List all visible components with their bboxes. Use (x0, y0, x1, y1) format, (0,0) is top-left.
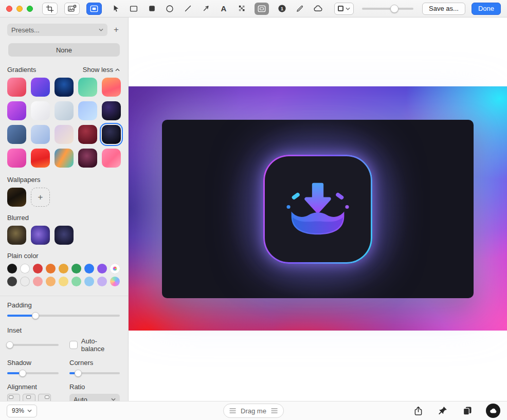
blurred-thumb-2[interactable] (31, 226, 50, 245)
plain-color-6[interactable] (71, 264, 81, 273)
gradient-swatch-20[interactable] (102, 149, 121, 168)
plain-light-color-2[interactable] (20, 277, 30, 286)
gradient-swatch-17[interactable] (31, 149, 50, 168)
pixelate-tool[interactable] (237, 4, 247, 14)
zoom-button[interactable] (27, 6, 33, 12)
inset-slider[interactable] (7, 341, 59, 349)
crop-button[interactable] (42, 3, 58, 15)
canvas-style-button[interactable] (86, 3, 102, 15)
blurred-thumb-3[interactable] (55, 226, 74, 245)
align-top-right-button[interactable] (38, 394, 51, 401)
copy-button[interactable] (461, 405, 474, 417)
align-top-left-button[interactable] (7, 394, 20, 401)
plain-color-2[interactable] (20, 264, 30, 273)
gradient-swatch-19[interactable] (78, 149, 97, 168)
plain-color-7[interactable] (84, 264, 94, 273)
gradient-swatch-10[interactable] (102, 101, 121, 120)
cloud-upload-tool[interactable] (313, 4, 323, 14)
arrow-tool[interactable] (201, 4, 211, 14)
stroke-width-slider[interactable] (362, 5, 413, 13)
share-icon (413, 406, 424, 416)
inset-slider-knob[interactable] (6, 341, 13, 349)
minimize-button[interactable] (16, 6, 23, 12)
zoom-level-select[interactable]: 93% (7, 405, 37, 417)
gradient-swatch-5[interactable] (102, 78, 121, 97)
corners-slider[interactable] (69, 370, 120, 377)
shadow-slider-knob[interactable] (19, 370, 26, 377)
show-less-toggle[interactable]: Show less (83, 66, 120, 74)
share-button[interactable] (412, 405, 424, 417)
align-top-center-button[interactable] (23, 394, 35, 401)
gradient-swatch-18[interactable] (55, 149, 74, 168)
gradient-swatch-7[interactable] (31, 101, 50, 120)
add-image-button[interactable] (64, 3, 80, 15)
plain-light-color-5[interactable] (59, 277, 68, 286)
blurred-thumb-1[interactable] (7, 226, 26, 245)
add-image-icon (67, 4, 77, 13)
select-tool[interactable] (111, 4, 121, 14)
slider-knob[interactable] (390, 5, 399, 13)
gradient-swatch-14[interactable] (78, 125, 97, 144)
plain-light-color-6[interactable] (71, 277, 81, 286)
corners-slider-knob[interactable] (75, 370, 82, 377)
padding-slider[interactable] (7, 312, 120, 319)
canvas-area (129, 17, 507, 401)
gradient-swatch-3[interactable] (55, 78, 74, 97)
plain-light-color-9[interactable] (110, 277, 120, 286)
cloud-sync-icon (489, 407, 498, 415)
gradient-swatch-9[interactable] (78, 101, 97, 120)
save-as-button[interactable]: Save as... (422, 3, 465, 15)
styled-screenshot-preview[interactable] (129, 86, 507, 331)
gradient-swatch-2[interactable] (31, 78, 50, 97)
plain-color-5[interactable] (59, 264, 68, 273)
gradients-label: Gradients (7, 66, 36, 74)
gradient-swatch-6[interactable] (7, 101, 26, 120)
filled-rectangle-tool[interactable] (147, 4, 157, 14)
plain-light-color-8[interactable] (97, 277, 107, 286)
plain-light-color-7[interactable] (84, 277, 94, 286)
gradient-swatch-16[interactable] (7, 149, 26, 168)
gradient-swatch-1[interactable] (7, 78, 26, 97)
close-button[interactable] (6, 6, 12, 12)
gradient-swatch-13[interactable] (55, 125, 74, 144)
canvas-style-icon (89, 4, 99, 13)
auto-balance-checkbox[interactable] (69, 341, 78, 349)
frame-tool[interactable] (255, 3, 269, 15)
plain-light-color-1[interactable] (7, 277, 17, 286)
line-tool[interactable] (183, 4, 193, 14)
presets-select[interactable]: Presets... (7, 24, 107, 36)
drag-me-handle[interactable]: Drag me (223, 404, 284, 418)
padding-slider-knob[interactable] (32, 312, 39, 319)
wallpaper-thumb[interactable] (7, 188, 26, 207)
gradient-swatch-4[interactable] (78, 78, 97, 97)
plain-color-9[interactable] (110, 264, 120, 273)
highlighter-tool[interactable] (295, 4, 305, 14)
add-preset-button[interactable]: + (111, 24, 122, 35)
rectangle-tool[interactable] (129, 4, 139, 14)
plain-light-color-4[interactable] (46, 277, 56, 286)
pixelate-icon (238, 4, 246, 13)
counter-tool[interactable]: 1 (277, 4, 287, 14)
ratio-select[interactable]: Auto (69, 394, 120, 401)
plain-color-8[interactable] (97, 264, 107, 273)
ellipse-tool[interactable] (165, 4, 175, 14)
text-tool[interactable]: A (219, 4, 229, 14)
plain-color-1[interactable] (7, 264, 17, 273)
shadow-slider[interactable] (7, 370, 59, 377)
screenshot-frame[interactable] (162, 120, 474, 298)
plain-color-label: Plain color (7, 252, 39, 260)
plain-light-color-3[interactable] (33, 277, 43, 286)
gradient-swatch-15[interactable] (102, 125, 121, 144)
gradient-swatch-8[interactable] (55, 101, 74, 120)
done-button[interactable]: Done (472, 3, 501, 15)
pin-button[interactable] (437, 405, 449, 417)
drag-lines-icon (229, 408, 236, 413)
cloud-sync-button[interactable] (486, 404, 500, 418)
gradient-swatch-11[interactable] (7, 125, 26, 144)
shape-style-dropdown[interactable] (334, 3, 354, 15)
add-wallpaper-button[interactable]: + (31, 188, 50, 207)
gradient-swatch-12[interactable] (31, 125, 50, 144)
plain-color-3[interactable] (33, 264, 43, 273)
plain-color-4[interactable] (46, 264, 56, 273)
none-style-button[interactable]: None (8, 43, 120, 57)
